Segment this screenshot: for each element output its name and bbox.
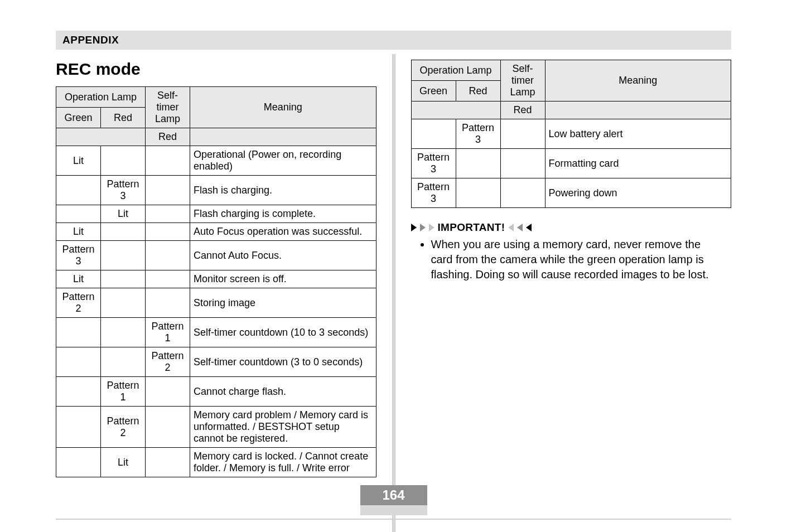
table-cell: Powering down: [545, 178, 731, 208]
column-divider: [392, 54, 395, 532]
table-cell: Monitor screen is off.: [190, 270, 376, 288]
triangle-left-icon: [526, 224, 532, 231]
table-cell: [56, 205, 101, 223]
th-meaning-r: Meaning: [545, 60, 731, 101]
two-column-layout: REC mode Operation Lamp Self-timer Lamp …: [56, 60, 731, 532]
important-bullet-list: When you are using a memory card, never …: [431, 237, 732, 282]
table-cell: Pattern 3: [411, 149, 456, 178]
table-cell: Pattern 1: [101, 377, 146, 407]
table-cell: Lit: [56, 223, 101, 241]
table-cell: Flash charging is complete.: [190, 205, 376, 223]
table-cell: Memory card problem / Memory card is unf…: [190, 407, 376, 448]
table-row: Pattern 3Cannot Auto Focus.: [56, 241, 376, 270]
table-cell: [101, 347, 146, 377]
table-cell: [146, 288, 190, 318]
table-cell: Auto Focus operation was successful.: [190, 223, 376, 241]
table-cell: [101, 318, 146, 347]
triangle-left-icon: [517, 224, 523, 231]
table-cell: Pattern 3: [456, 119, 500, 149]
lamp-table-left-body: LitOperational (Power on, recording enab…: [56, 146, 376, 477]
lamp-table-left: Operation Lamp Self-timer Lamp Meaning G…: [56, 86, 376, 477]
th-self-timer-lamp: Self-timer Lamp: [146, 87, 190, 128]
triangle-left-icon: [508, 224, 514, 231]
table-cell: Lit: [101, 205, 146, 223]
table-cell: [56, 318, 101, 347]
table-cell: Cannot charge flash.: [190, 377, 376, 407]
table-cell: [456, 178, 500, 208]
table-row: Pattern 3Powering down: [411, 178, 731, 208]
footer-rule: [56, 519, 731, 520]
table-cell: [411, 119, 456, 149]
table-cell: Pattern 2: [146, 347, 190, 377]
table-cell: Lit: [101, 448, 146, 477]
table-cell: [456, 149, 500, 178]
table-cell: Low battery alert: [545, 119, 731, 149]
table-row: Pattern 2Storing image: [56, 288, 376, 318]
th-operation-lamp-r: Operation Lamp: [411, 60, 500, 81]
table-cell: [101, 288, 146, 318]
table-cell: [500, 149, 545, 178]
table-cell: Pattern 2: [56, 288, 101, 318]
th-green-r: Green: [411, 81, 456, 101]
table-cell: Cannot Auto Focus.: [190, 241, 376, 270]
lamp-table-left-head: Operation Lamp Self-timer Lamp Meaning G…: [56, 87, 376, 146]
table-cell: [500, 119, 545, 149]
important-label: IMPORTANT!: [438, 221, 505, 234]
table-row: LitAuto Focus operation was successful.: [56, 223, 376, 241]
th-red: Red: [101, 108, 146, 128]
th-self-timer-lamp-r: Self-timer Lamp: [500, 60, 545, 101]
table-row: Pattern 3Low battery alert: [411, 119, 731, 149]
table-cell: [146, 241, 190, 270]
table-row: Pattern 2Self-timer countdown (3 to 0 se…: [56, 347, 376, 377]
table-cell: Pattern 3: [411, 178, 456, 208]
table-cell: [146, 448, 190, 477]
appendix-banner: APPENDIX: [56, 31, 731, 50]
table-cell: [56, 176, 101, 205]
table-cell: Self-timer countdown (10 to 3 seconds): [190, 318, 376, 347]
page-number: 164: [360, 485, 427, 505]
triangle-right-icon: [411, 224, 417, 231]
page-footer-bar: [360, 505, 427, 515]
lamp-table-right-body: Pattern 3Low battery alertPattern 3Forma…: [411, 119, 731, 208]
left-column: REC mode Operation Lamp Self-timer Lamp …: [56, 60, 376, 532]
th-operation-lamp: Operation Lamp: [56, 87, 146, 108]
table-cell: [146, 176, 190, 205]
triangle-right-icon: [429, 224, 434, 231]
table-cell: [146, 407, 190, 448]
lamp-table-right: Operation Lamp Self-timer Lamp Meaning G…: [411, 60, 732, 208]
rec-mode-heading: REC mode: [56, 60, 376, 79]
table-cell: Lit: [56, 270, 101, 288]
table-cell: [146, 377, 190, 407]
table-row: LitOperational (Power on, recording enab…: [56, 146, 376, 176]
lamp-table-right-head: Operation Lamp Self-timer Lamp Meaning G…: [411, 60, 731, 119]
th-green: Green: [56, 108, 101, 128]
table-cell: [101, 146, 146, 176]
triangle-right-icon: [420, 224, 426, 231]
table-cell: [101, 241, 146, 270]
table-cell: Flash is charging.: [190, 176, 376, 205]
important-bullet-item: When you are using a memory card, never …: [431, 237, 721, 282]
table-cell: Pattern 3: [101, 176, 146, 205]
table-row: Pattern 1Cannot charge flash.: [56, 377, 376, 407]
table-cell: Lit: [56, 146, 101, 176]
th-self-timer-red-r: Red: [500, 101, 545, 119]
table-row: Pattern 1Self-timer countdown (10 to 3 s…: [56, 318, 376, 347]
table-cell: [101, 223, 146, 241]
table-cell: [146, 270, 190, 288]
table-cell: [146, 146, 190, 176]
table-row: Pattern 2Memory card problem / Memory ca…: [56, 407, 376, 448]
table-cell: Formatting card: [545, 149, 731, 178]
table-cell: Pattern 1: [146, 318, 190, 347]
table-cell: Operational (Power on, recording enabled…: [190, 146, 376, 176]
table-cell: [146, 223, 190, 241]
table-cell: [56, 377, 101, 407]
page: APPENDIX REC mode Operation Lamp Self-ti…: [0, 0, 787, 532]
th-red-r: Red: [456, 81, 500, 101]
table-cell: [56, 347, 101, 377]
table-cell: Storing image: [190, 288, 376, 318]
table-cell: Pattern 3: [56, 241, 101, 270]
table-row: LitMemory card is locked. / Cannot creat…: [56, 448, 376, 477]
table-row: Pattern 3Formatting card: [411, 149, 731, 178]
right-column: Operation Lamp Self-timer Lamp Meaning G…: [411, 60, 732, 532]
important-heading: IMPORTANT!: [411, 221, 732, 234]
